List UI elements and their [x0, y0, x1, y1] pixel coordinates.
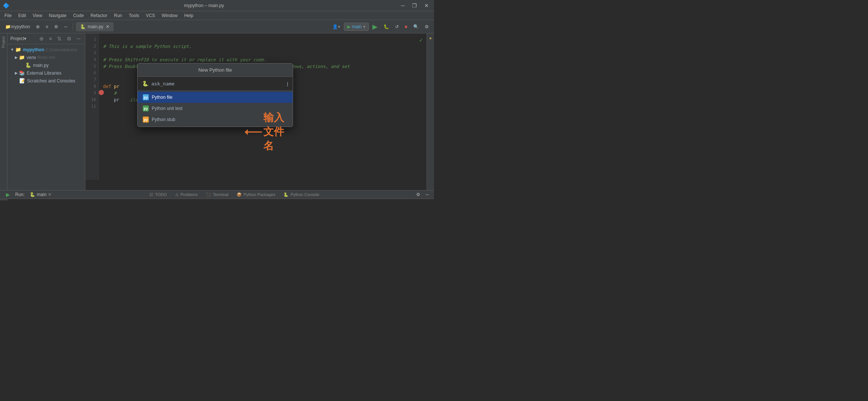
todo-icon: ☑ [149, 192, 153, 197]
ext-libs-arrow-icon: ▶ [15, 71, 18, 75]
menu-run[interactable]: Run [111, 12, 125, 19]
debug-button[interactable]: 🐛 [381, 23, 391, 31]
folder-icon: 📁 [5, 24, 11, 29]
run-py-icon: 🐍 [30, 192, 35, 197]
python-file-type-label: Python file [152, 95, 172, 100]
maximize-button[interactable]: ❐ [410, 2, 419, 9]
tab-python-packages[interactable]: 📦 Python Packages [233, 191, 279, 198]
expand-button[interactable]: ⇅ [56, 35, 63, 42]
dialog-item-python-file[interactable]: py Python file [138, 92, 293, 103]
new-file-button[interactable]: ⊕ [34, 23, 42, 31]
python-file-type-icon: py [143, 94, 149, 100]
menu-tools[interactable]: Tools [126, 12, 142, 19]
project-sidebar-label[interactable]: Project [1, 33, 6, 51]
ext-libs-icon: 📚 [19, 70, 25, 76]
menu-help[interactable]: Help [181, 12, 197, 19]
new-file-name-input[interactable] [151, 81, 284, 87]
console-icon: 🐍 [283, 192, 289, 197]
tab-problems[interactable]: ⚠ Problems [171, 191, 201, 198]
stop-button[interactable]: ■ [402, 23, 410, 31]
tree-item-mypython[interactable]: ▼ 📁 mypython C:\Users\Adminis [7, 46, 85, 53]
toolbar-separator [73, 23, 73, 30]
tab-problems-label: Problems [181, 192, 198, 197]
project-name-label: mypython [23, 47, 44, 52]
menu-edit[interactable]: Edit [15, 12, 29, 19]
text-cursor: | [287, 81, 288, 87]
python-stub-icon: py [143, 117, 149, 123]
window-title: mypython – main.py [184, 3, 224, 8]
rerun-button[interactable]: ↺ [393, 23, 401, 31]
project-dropdown[interactable]: 📁 mypython [3, 23, 32, 31]
dialog-title-label: New Python file [138, 63, 293, 77]
collapse-all-button[interactable]: ≡ [43, 23, 50, 31]
menu-navigate[interactable]: Navigate [46, 12, 69, 19]
editor-tab-main[interactable]: 🐍 main.py ✕ [76, 22, 114, 31]
title-bar-left: 🔷 [3, 3, 9, 9]
collapse-button[interactable]: ≡ [47, 35, 53, 42]
menu-vcs[interactable]: VCS [143, 12, 158, 19]
tab-filename: main.py [88, 24, 103, 29]
menu-file[interactable]: File [1, 12, 14, 19]
run-name-tab[interactable]: 🐍 main ✕ [30, 192, 52, 197]
panel-minimize-icon[interactable]: ─ [423, 190, 431, 199]
folder-icon: 📁 [15, 47, 21, 52]
settings-gear-button[interactable]: ⚙ [423, 23, 431, 31]
menu-code[interactable]: Code [70, 12, 87, 19]
run-config-icon: ▶ [347, 24, 351, 29]
tab-packages-label: Python Packages [244, 192, 276, 197]
title-bar-controls: ─ ❐ ✕ [399, 2, 431, 9]
minimize-button[interactable]: ─ [399, 2, 407, 9]
tree-item-external-libs[interactable]: ▶ 📚 External Libraries [7, 69, 85, 77]
search-everywhere-button[interactable]: 🔍 [411, 23, 421, 31]
breakpoint-marker [99, 90, 104, 95]
menu-window[interactable]: Window [159, 12, 181, 19]
settings-button[interactable]: ⚙ [52, 23, 60, 31]
main-layout: Project Project▾ ⊕ ≡ ⇅ ⚙ ─ ▼ 📁 mypython … [0, 33, 434, 190]
panel-settings-icon[interactable]: ⚙ [414, 190, 423, 199]
panel-settings-button[interactable]: ⚙ [65, 35, 73, 42]
tree-item-venv[interactable]: ▶ 📁 venv library root [7, 53, 85, 61]
run-configuration[interactable]: ▶ main ▾ [344, 23, 369, 31]
toolbar: 📁 mypython ⊕ ≡ ⚙ ─ 🐍 main.py ✕ 👤▾ ▶ main… [0, 20, 434, 33]
ext-libs-label: External Libraries [27, 71, 61, 76]
python-unit-test-icon: py [143, 105, 149, 111]
library-root-label: library root [37, 55, 55, 59]
bottom-tab-bar: ▶ Run: 🐍 main ✕ ☑ TODO ⚠ Problems ⬛ Term… [0, 190, 434, 199]
tree-item-main-py[interactable]: 🐍 main.py [7, 61, 85, 69]
tab-close-icon[interactable]: ✕ [106, 24, 109, 29]
python-file-icon: 🐍 [25, 62, 31, 68]
file-status-checkmark: ✓ [419, 36, 423, 43]
tab-todo[interactable]: ☑ TODO [146, 191, 171, 198]
close-button[interactable]: ✕ [422, 2, 431, 9]
project-header-label: Project▾ [10, 36, 26, 41]
run-button[interactable]: ▶ [370, 21, 380, 32]
chinese-annotation-text: 输入文件名 [263, 111, 293, 153]
close-panel-button[interactable]: ─ [62, 23, 70, 31]
tab-terminal-label: Terminal [213, 192, 228, 197]
scratches-label: Scratches and Consoles [27, 78, 75, 84]
bottom-content: ▶ ↑ ↓ ■ ↺ ⇅ 🖨 C:\Users\Administrator\Pyc… [0, 199, 434, 200]
new-python-file-dialog: New Python file 🐍 | py Python file py Py… [137, 63, 293, 127]
line-numbers: 1 2 3 4 5 6 7 8 9 10 11 [85, 33, 99, 180]
tab-terminal[interactable]: ⬛ Terminal [202, 191, 232, 198]
run-tab-area: ▶ Run: 🐍 main ✕ [3, 192, 55, 198]
arrow-graphic [245, 131, 262, 133]
menu-refactor[interactable]: Refactor [88, 12, 110, 19]
arrow-annotation: 输入文件名 [245, 111, 293, 153]
project-tree: ▼ 📁 mypython C:\Users\Adminis ▶ 📁 venv l… [7, 44, 85, 190]
console-output: C:\Users\Administrator\PycharmProjects\m… [7, 199, 434, 200]
main-py-label: main.py [33, 63, 49, 68]
menu-view[interactable]: View [30, 12, 45, 19]
tab-python-console[interactable]: 🐍 Python Console [280, 191, 323, 198]
panel-close-button[interactable]: ─ [75, 35, 82, 42]
run-tab-close-icon[interactable]: ✕ [48, 192, 52, 197]
run-tab-label[interactable]: Run: [12, 192, 27, 197]
dialog-input-row: 🐍 | [138, 77, 293, 90]
editor-area: 1 2 3 4 5 6 7 8 9 10 11 # This is a samp… [85, 33, 427, 190]
tree-item-scratches[interactable]: 📝 Scratches and Consoles [7, 77, 85, 85]
title-bar: 🔷 mypython – main.py ─ ❐ ✕ [0, 0, 434, 11]
run-play-icon: ▶ [6, 192, 10, 198]
right-sidebar-strip: ★ [427, 33, 434, 190]
locate-file-button[interactable]: ⊕ [38, 35, 45, 42]
user-icon: 👤▾ [332, 24, 340, 29]
